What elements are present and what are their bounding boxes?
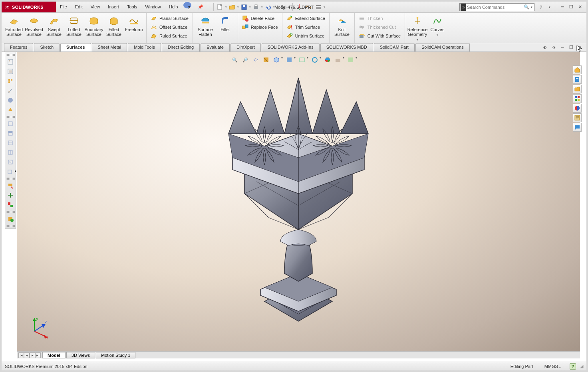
status-resize-grip-icon[interactable]: ◢ bbox=[580, 364, 583, 369]
ruled-surface-button[interactable]: Ruled Surface bbox=[149, 32, 190, 40]
qat-settings-button[interactable] bbox=[314, 3, 323, 12]
prev-view-icon[interactable] bbox=[252, 56, 260, 64]
tab-solidcam-part[interactable]: SolidCAM Part bbox=[374, 43, 415, 51]
taskpane-forum-icon[interactable] bbox=[573, 123, 582, 132]
revolved-surface-button[interactable]: Revolved Surface bbox=[24, 14, 44, 38]
filled-surface-button[interactable]: Filled Surface bbox=[104, 14, 124, 38]
motion-tab-model[interactable]: Model bbox=[42, 352, 66, 358]
window-restore-button[interactable]: ❐ bbox=[568, 4, 574, 10]
lefttool-e-icon[interactable] bbox=[6, 158, 15, 166]
lefttool-g-icon[interactable] bbox=[6, 181, 15, 190]
taskpane-custom-props-icon[interactable] bbox=[573, 113, 582, 122]
lefttool-i-icon[interactable] bbox=[6, 200, 15, 209]
motion-tab-motion-study-1[interactable]: Motion Study 1 bbox=[96, 352, 135, 358]
motion-nav-next[interactable]: ▸ bbox=[30, 352, 35, 358]
cam-manager-icon[interactable] bbox=[6, 105, 15, 114]
taskpane-view-palette-icon[interactable] bbox=[573, 94, 582, 103]
boundary-surface-button[interactable]: Boundary Surface bbox=[84, 14, 104, 38]
lefttool-b-icon[interactable] bbox=[6, 129, 15, 138]
lefttool-h-icon[interactable] bbox=[6, 191, 15, 200]
lefttool-d-icon[interactable] bbox=[6, 148, 15, 157]
help-dropdown[interactable]: ?▾ bbox=[538, 4, 553, 10]
tab-solidworks-mbd[interactable]: SOLIDWORKS MBD bbox=[320, 43, 373, 51]
status-help-icon[interactable]: ? bbox=[570, 363, 576, 370]
tab-features[interactable]: Features bbox=[4, 43, 33, 51]
untrim-surface-button[interactable]: Untrim Surface bbox=[285, 32, 327, 40]
motion-nav-last[interactable]: ▸| bbox=[35, 352, 41, 358]
orientation-triad[interactable]: y z x bbox=[26, 317, 49, 339]
motion-nav-first[interactable]: |◂ bbox=[18, 352, 24, 358]
taskpane-file-explorer-icon[interactable] bbox=[573, 85, 582, 93]
taskpane-resources-icon[interactable] bbox=[573, 65, 582, 74]
display-style-icon[interactable] bbox=[285, 56, 293, 64]
view-settings-icon[interactable] bbox=[334, 56, 342, 64]
menu-pin-icon[interactable]: 📌 bbox=[194, 2, 207, 12]
curves-button[interactable]: Curves▾ bbox=[427, 14, 447, 38]
delete-face-button[interactable]: Delete Face bbox=[240, 14, 280, 22]
qat-undo-button[interactable] bbox=[264, 3, 272, 12]
taskpane-design-library-icon[interactable] bbox=[573, 75, 582, 84]
lefttool-a-icon[interactable] bbox=[6, 119, 15, 128]
lefttool-c-icon[interactable] bbox=[6, 139, 15, 147]
graphics-viewport[interactable]: y z x bbox=[17, 52, 580, 351]
display-manager-icon[interactable] bbox=[6, 96, 15, 105]
menu-tools[interactable]: Tools bbox=[123, 2, 141, 12]
fm-tree-icon[interactable] bbox=[6, 57, 15, 66]
zoom-fit-icon[interactable]: 🔍 bbox=[231, 56, 239, 64]
extend-surface-button[interactable]: Extend Surface bbox=[285, 14, 327, 22]
cut-with-surface-button[interactable]: Cut With Surface bbox=[357, 32, 402, 40]
search-commands[interactable]: » 🔍▾ bbox=[459, 3, 534, 11]
swept-surface-button[interactable]: Swept Surface bbox=[44, 14, 64, 38]
fillet-button[interactable]: Fillet bbox=[215, 14, 235, 33]
tab-dimxpert[interactable]: DimXpert bbox=[230, 43, 261, 51]
config-manager-icon[interactable] bbox=[6, 77, 15, 85]
qat-print-button[interactable] bbox=[252, 3, 260, 12]
lefttool-f-icon[interactable]: ▸ bbox=[6, 167, 15, 176]
tab-evaluate[interactable]: Evaluate bbox=[201, 43, 230, 51]
motion-nav-prev[interactable]: ◂ bbox=[24, 352, 30, 358]
qat-new-button[interactable] bbox=[216, 3, 224, 12]
menu-view[interactable]: View bbox=[87, 2, 104, 12]
section-view-icon[interactable] bbox=[262, 56, 270, 64]
menu-help[interactable]: Help bbox=[165, 2, 182, 12]
tab-solidcam-operations[interactable]: SolidCAM Operations bbox=[415, 43, 470, 51]
offset-surface-button[interactable]: Offset Surface bbox=[149, 23, 190, 31]
planar-surface-button[interactable]: Planar Surface bbox=[149, 14, 190, 22]
search-magnifier-icon[interactable]: 🔍 bbox=[522, 4, 531, 10]
help-icon[interactable]: ? bbox=[183, 2, 191, 8]
freeform-button[interactable]: Freeform bbox=[124, 14, 144, 33]
tab-sketch[interactable]: Sketch bbox=[34, 43, 60, 51]
hide-show-icon[interactable] bbox=[298, 56, 306, 64]
tab-mold-tools[interactable]: Mold Tools bbox=[128, 43, 161, 51]
doc-minimize-button[interactable]: ━ bbox=[559, 45, 566, 50]
menu-window[interactable]: Window bbox=[141, 2, 165, 12]
render-tools-icon[interactable] bbox=[347, 56, 355, 64]
knit-surface-button[interactable]: Knit Surface bbox=[332, 14, 352, 38]
lofted-surface-button[interactable]: Lofted Surface bbox=[64, 14, 84, 38]
doc-prev-button[interactable]: ⬖ bbox=[542, 45, 548, 50]
qat-save-button[interactable] bbox=[240, 3, 248, 12]
tab-solidworks-addins[interactable]: SOLIDWORKS Add-Ins bbox=[262, 43, 320, 51]
lefttool-j-icon[interactable] bbox=[6, 214, 15, 223]
search-input[interactable] bbox=[467, 5, 522, 10]
property-manager-icon[interactable] bbox=[6, 67, 15, 76]
taskpane-appearances-icon[interactable] bbox=[573, 104, 582, 113]
edit-appearance-icon[interactable] bbox=[311, 56, 319, 64]
apply-scene-icon[interactable] bbox=[324, 56, 332, 64]
view-orientation-icon[interactable] bbox=[272, 56, 280, 64]
trim-surface-button[interactable]: Trim Surface bbox=[285, 23, 327, 31]
menu-edit[interactable]: Edit bbox=[71, 2, 87, 12]
replace-face-button[interactable]: Replace Face bbox=[240, 23, 280, 31]
menu-insert[interactable]: Insert bbox=[104, 2, 123, 12]
tab-sheet-metal[interactable]: Sheet Metal bbox=[92, 43, 127, 51]
doc-close-button[interactable]: ✕ bbox=[577, 45, 583, 50]
extruded-surface-button[interactable]: Extruded Surface bbox=[4, 14, 24, 38]
qat-open-button[interactable] bbox=[228, 3, 236, 12]
tab-surfaces[interactable]: Surfaces bbox=[60, 43, 91, 51]
window-minimize-button[interactable]: ━ bbox=[559, 4, 566, 10]
doc-next-button[interactable]: ⬗ bbox=[550, 45, 557, 50]
dimxpert-manager-icon[interactable] bbox=[6, 86, 15, 95]
zoom-area-icon[interactable]: 🔎 bbox=[241, 56, 249, 64]
window-close-button[interactable]: ✕ bbox=[577, 4, 583, 10]
menu-file[interactable]: File bbox=[56, 2, 71, 12]
